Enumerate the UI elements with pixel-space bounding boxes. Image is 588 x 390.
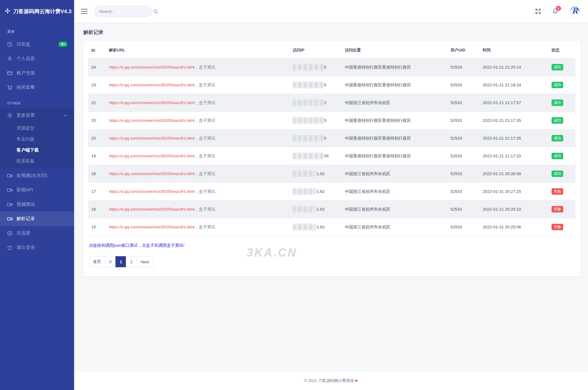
ip-suffix: 5 (324, 136, 326, 141)
search-input[interactable] (99, 9, 153, 14)
user-icon (7, 56, 13, 62)
cell-id: 16 (88, 201, 106, 218)
sidebar-item-more-settings[interactable]: 更多设置 (0, 108, 74, 122)
box-test-link[interactable]: ，盒子测试 (195, 189, 216, 194)
search-icon[interactable] (153, 9, 158, 14)
ip-suffix: 1.62 (317, 171, 325, 176)
box-test-link[interactable]: ，盒子测试 (195, 225, 216, 229)
sidebar-item-label: 更多设置 (17, 112, 35, 118)
table-row: 17 https://v.qq.com/x/cover/mzc00200vazc… (88, 183, 575, 201)
hamburger-menu-button[interactable] (81, 7, 88, 15)
status-badge: 失败 (552, 224, 563, 230)
sidebar-item-dashboard[interactable]: 仪表盘 9+ (0, 37, 74, 51)
parse-url-link[interactable]: https://v.qq.com/x/cover/mzc00200vazcfrs… (109, 118, 195, 123)
pagination-button[interactable]: 2 (126, 256, 137, 267)
box-test-link[interactable]: ，盒子测试 (195, 83, 216, 87)
status-badge: 失败 (552, 188, 563, 195)
video-camera-icon (7, 187, 13, 193)
sidebar-item-chat-group[interactable]: 交流群 (0, 226, 74, 240)
sidebar-subitem-client-download[interactable]: 客户端下载 (0, 144, 74, 156)
pagination-button[interactable]: 0 (105, 256, 116, 267)
records-table: ID 解析URL 访问IP 访问位置 用户UID 时间 状态 24 https:… (88, 42, 575, 236)
sidebar-item-label: 个人信息 (17, 56, 35, 62)
sidebar-item-movie-api[interactable]: 影视API (0, 183, 74, 197)
box-test-link[interactable]: ，盒子测试 (195, 100, 216, 105)
parse-url-link[interactable]: https://v.qq.com/x/cover/mzc00200vazcfrs… (109, 136, 195, 141)
cell-id: 18 (88, 165, 106, 183)
cell-time: 2022-01-21 21:17:57 (480, 94, 548, 112)
cell-location: 中国香港特别行政区香港特别行政区 (342, 58, 447, 76)
ip-suffix: 5 (324, 65, 326, 69)
sidebar-item-profile[interactable]: 个人信息 (0, 51, 74, 66)
cell-uid: 52533 (447, 94, 480, 112)
sidebar-subitem-label: 资源提交 (17, 125, 34, 131)
ip-redacted-blur (293, 206, 316, 212)
notification-bell-icon[interactable]: 1 (552, 8, 559, 15)
pagination: 首页012Next (89, 256, 153, 267)
parse-url-link[interactable]: https://v.qq.com/x/cover/mzc00200vazcfrs… (109, 100, 195, 105)
cell-time: 2022-01-21 20:25:06 (480, 218, 548, 236)
dashboard-badge: 9+ (58, 42, 67, 47)
box-test-link[interactable]: ，盒子测试 (195, 136, 216, 141)
power-icon (7, 245, 13, 250)
cell-uid: 52533 (447, 218, 480, 236)
col-header-status: 状态 (548, 42, 575, 58)
pagination-button[interactable]: Next (137, 256, 153, 267)
sidebar-item-parse-records[interactable]: 解析记录 (0, 212, 74, 226)
box-test-link[interactable]: ，盒子测试 (195, 207, 216, 212)
table-row: 23 https://v.qq.com/x/cover/mzc00200vazc… (88, 76, 575, 94)
box-test-link[interactable]: ，盒子测试 (195, 171, 216, 176)
sidebar-item-recharge[interactable]: 账户充值 (0, 66, 74, 80)
cell-location: 中国浙江省杭州市余杭区 (342, 218, 447, 236)
cell-time: 2022-01-21 21:17:35 (480, 112, 548, 129)
ip-redacted-blur (293, 64, 323, 70)
avatar[interactable]: R (569, 6, 581, 17)
sidebar-item-label: 仪表盘 (17, 41, 30, 47)
sidebar-item-packages[interactable]: 购买套餐 (0, 80, 74, 95)
cell-time: 2022-01-21 20:28:58 (480, 165, 548, 183)
parse-url-link[interactable]: https://v.qq.com/x/cover/mzc00200vazcfrs… (109, 154, 195, 158)
cell-time: 2022-01-21 20:27:25 (480, 183, 548, 201)
parse-url-link[interactable]: https://v.qq.com/x/cover/mzc00200vazcfrs… (109, 171, 195, 176)
fullscreen-icon[interactable] (535, 8, 541, 15)
sidebar-item-logout[interactable]: 退出登录 (0, 240, 74, 255)
pagination-button[interactable]: 1 (115, 256, 126, 267)
box-test-link[interactable]: ，盒子测试 (195, 154, 216, 158)
video-camera-icon (7, 173, 13, 178)
parse-url-link[interactable]: https://v.qq.com/x/cover/mzc00200vazcfrs… (109, 65, 195, 69)
sidebar-item-label: 账户充值 (17, 70, 35, 76)
pagination-button[interactable]: 首页 (89, 256, 105, 267)
parse-url-link[interactable]: https://v.qq.com/x/cover/mzc00200vazcfrs… (109, 207, 195, 212)
topbar: 1 R (74, 0, 588, 23)
cell-id: 24 (88, 58, 106, 76)
sidebar-subitem-label: 常见问题 (17, 136, 34, 142)
ip-suffix: 1.62 (317, 189, 325, 194)
col-header-location: 访问位置 (342, 42, 447, 58)
plus-circle-icon (7, 230, 13, 236)
box-test-link[interactable]: ，盒子测试 (195, 118, 216, 123)
ip-suffix: 1.62 (317, 225, 325, 229)
cell-location: 中国香港特别行政区香港特别行政区 (342, 129, 447, 147)
sidebar-item-video-test[interactable]: 视频测试 (0, 197, 74, 212)
cell-uid: 52533 (447, 183, 480, 201)
parse-url-link[interactable]: https://v.qq.com/x/cover/mzc00200vazcfrs… (109, 189, 195, 194)
cell-id: 20 (88, 129, 106, 147)
sidebar-subitem-label: 联系客服 (17, 158, 34, 164)
col-header-url: 解析URL (106, 42, 290, 58)
status-badge: 成功 (552, 171, 563, 177)
cell-id: 15 (88, 218, 106, 236)
sidebar-subitem-resource-submit[interactable]: 资源提交 (0, 122, 74, 133)
sidebar-item-short-video[interactable]: 短视频(去水印) (0, 168, 74, 183)
ip-redacted-blur (293, 224, 316, 230)
gear-icon (7, 112, 13, 118)
col-header-uid: 用户UID (447, 42, 480, 58)
parse-url-link[interactable]: https://v.qq.com/x/cover/mzc00200vazcfrs… (109, 83, 195, 87)
sidebar-item-label: 短视频(去水印) (17, 173, 47, 178)
table-row: 24 https://v.qq.com/x/cover/mzc00200vazc… (88, 58, 575, 76)
page-title: 解析记录 (83, 29, 580, 36)
main-area: 1 R 解析记录 ID (74, 0, 588, 390)
box-test-link[interactable]: ，盒子测试 (195, 65, 216, 69)
sidebar-subitem-contact-support[interactable]: 联系客服 (0, 156, 74, 167)
sidebar-subitem-faq[interactable]: 常见问题 (0, 133, 74, 144)
parse-url-link[interactable]: https://v.qq.com/x/cover/mzc00200vazcfrs… (109, 225, 195, 229)
